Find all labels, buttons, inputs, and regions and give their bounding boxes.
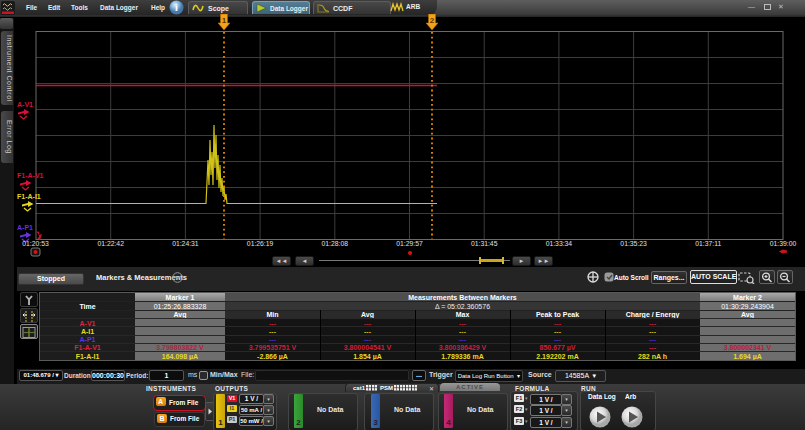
svg-text:01:39:00: 01:39:00 [770,240,797,247]
svg-text:A-V1: A-V1 [17,101,33,108]
svg-text:A-P1: A-P1 [17,224,33,231]
svg-text:i: i [175,2,178,13]
svg-text:01:24:31: 01:24:31 [172,240,199,247]
svg-text:01:26:19: 01:26:19 [247,240,274,247]
svg-text:PSM: PSM [380,385,393,391]
svg-text:01:31:45: 01:31:45 [471,240,498,247]
svg-text:01:37:11: 01:37:11 [695,240,721,247]
svg-text:1: 1 [222,16,227,25]
svg-text:01:33:34: 01:33:34 [546,240,573,247]
svg-text:F1-A-I1: F1-A-I1 [17,193,41,200]
svg-text:01:29:57: 01:29:57 [396,240,423,247]
svg-text:01:20:53: 01:20:53 [22,240,49,247]
svg-text:2: 2 [430,16,435,25]
svg-text:01:22:42: 01:22:42 [97,240,124,247]
svg-text:01:28:08: 01:28:08 [322,240,349,247]
svg-text:F1-A-V1: F1-A-V1 [17,172,44,179]
svg-text:01:35:23: 01:35:23 [620,240,647,247]
